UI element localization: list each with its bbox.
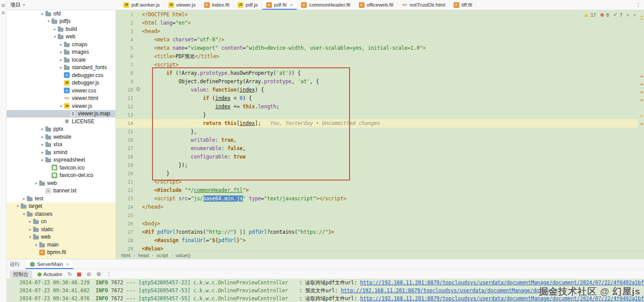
editor-tab[interactable]: Ftiff.ftl [450,0,476,10]
tree-item[interactable]: ▾classes [6,210,115,218]
chevron-icon[interactable]: ▸ [40,11,45,16]
line-number[interactable]: 12 [115,103,137,111]
line-number[interactable]: 21 [115,178,137,186]
line-number[interactable]: 10 [115,86,137,94]
line-number[interactable]: 5 [115,44,137,52]
line-number[interactable]: 3 [115,27,137,36]
editor-tab[interactable]: FcommonHeader.ftl [297,0,354,10]
breadcrumb-item[interactable]: value() [176,253,191,258]
run-tab-servermain[interactable]: ServerMain × [25,259,74,269]
tree-item[interactable]: ▸static [6,225,115,233]
tree-item[interactable]: ▸xmind [6,148,115,156]
kebab-menu-icon[interactable]: ⋮ [633,2,644,8]
stop-icon[interactable] [77,273,81,276]
editor-tab[interactable]: JSpdf.js [234,0,262,10]
chevron-icon[interactable]: ▸ [27,219,33,224]
editor-tab[interactable]: Fofficeweb.ftl [355,0,398,10]
chevron-icon[interactable]: ▸ [40,158,45,162]
chevron-icon[interactable]: ▸ [34,243,39,247]
scrollbar[interactable] [639,10,644,251]
project-tree-panel[interactable]: ▸ofd▾pdfjs▸build▾web▸cmaps▸images▸locale… [6,10,116,259]
line-number[interactable]: 19 [115,161,137,169]
line-number[interactable]: 28 [115,236,137,245]
settings-icon[interactable]: ⚙ [96,271,101,277]
line-number[interactable]: 13 [115,111,137,119]
chevron-icon[interactable]: ▸ [40,127,45,131]
chevron-icon[interactable]: ▾ [15,204,21,208]
tree-item[interactable]: JSdebugger.js [6,79,115,87]
line-number[interactable]: 6 [115,52,137,61]
close-icon[interactable]: × [290,2,293,7]
tree-item[interactable]: ▸xlsx [6,141,115,149]
tree-item[interactable]: ▸xspreadsheet [6,156,115,164]
line-number[interactable]: 23 [115,195,137,203]
chevron-icon[interactable]: ▾ [52,34,58,39]
line-number[interactable]: 14 [115,119,137,128]
more-icon[interactable]: ⋮ [106,271,112,277]
tree-item[interactable]: Fbpmn.ftl [6,249,115,257]
clear-icon[interactable]: ⊘ [86,271,91,277]
tree-item[interactable]: ▸web [6,179,115,187]
editor-tab[interactable]: Findex.ftl [200,0,234,10]
line-number[interactable]: 18 [115,153,137,161]
line-number[interactable]: 8 [115,69,137,77]
next-issue-icon[interactable]: ∨ [633,13,636,17]
log-url-link[interactable]: http://192.168.11.201:8879/topcloudsys/u… [360,280,644,286]
chevron-icon[interactable]: ▸ [58,65,64,70]
tree-item[interactable]: ▸ofd [6,10,115,18]
chevron-icon[interactable]: ▸ [34,181,39,185]
tree-item[interactable]: ▾JSviewer.js [6,102,115,110]
chevron-icon[interactable]: ▸ [21,196,27,201]
line-number[interactable]: 2 [115,19,137,27]
line-number[interactable]: 29 [115,245,137,251]
breadcrumb-item[interactable]: head [138,253,149,258]
tree-item[interactable]: ▸standard_fonts [6,64,115,72]
tree-item[interactable]: ▸cmaps [6,41,115,48]
tree-item[interactable]: ▾web [6,233,115,241]
tree-item[interactable]: ▦favicon-del.ico [6,172,115,180]
editor-pane[interactable]: 1<!DOCTYPE html>2<html lang="en">3<head>… [115,10,644,251]
line-number[interactable]: 7 [115,61,137,69]
tree-item[interactable]: ▸locale [6,56,115,64]
line-number[interactable]: 1 [115,11,137,19]
tree-item[interactable]: cviewer.css [6,87,115,95]
tree-item[interactable]: <>viewer.html [6,95,115,103]
tree-item[interactable]: ▸website [6,133,115,141]
editor-tab[interactable]: JSpdf.worker.js [119,0,164,10]
line-number[interactable]: 22 [115,186,137,195]
tree-item[interactable]: ▸test [6,195,115,203]
tree-item[interactable]: ≡banner.txt [6,187,115,195]
chevron-icon[interactable]: ▸ [58,58,64,62]
line-number[interactable]: 11 [115,94,137,103]
project-tool-icon[interactable]: ⊞ [0,11,6,15]
tree-item[interactable]: ▦favicon.ico [6,164,115,172]
chevron-icon[interactable]: ▸ [40,135,45,139]
editor-tab[interactable]: Fpdf.ftl× [262,0,298,10]
chevron-icon[interactable]: ▸ [40,150,45,155]
tree-item[interactable]: ▾target [6,203,115,210]
line-number[interactable]: 9 [115,77,137,86]
chevron-icon[interactable]: ▾ [27,235,33,239]
line-number[interactable]: 26 [115,220,137,228]
run-panel-title[interactable]: 运行 [10,261,20,268]
line-number[interactable]: 20 [115,169,137,178]
chevron-icon[interactable]: ▸ [40,142,45,147]
tree-item[interactable]: ▾web [6,33,115,41]
rerun-icon[interactable]: ↻ [67,271,72,277]
chevron-icon[interactable]: ▾ [46,19,52,23]
line-number[interactable]: 25 [115,211,137,220]
editor-tab[interactable]: <>notTrustDir.html [398,0,450,10]
chevron-icon[interactable]: ▾ [21,212,27,216]
editor-tab[interactable]: JSviewer.js [164,0,200,10]
chevron-icon[interactable]: ▾ [58,104,64,108]
line-number[interactable]: 4 [115,36,137,44]
inspections-widget[interactable]: 17 8 ✓ 7 ∧ ∨ [584,12,636,18]
tree-item[interactable]: ▸images [6,48,115,56]
line-number[interactable]: 24 [115,203,137,211]
tab-console[interactable]: 控制台 [10,270,32,279]
line-number[interactable]: 27 [115,228,137,236]
tree-item[interactable]: ≣LICENSE [6,118,115,125]
gutter-target-icon[interactable]: ⊙ [135,86,141,92]
prev-issue-icon[interactable]: ∧ [626,13,629,17]
chevron-icon[interactable]: ▸ [58,50,64,54]
